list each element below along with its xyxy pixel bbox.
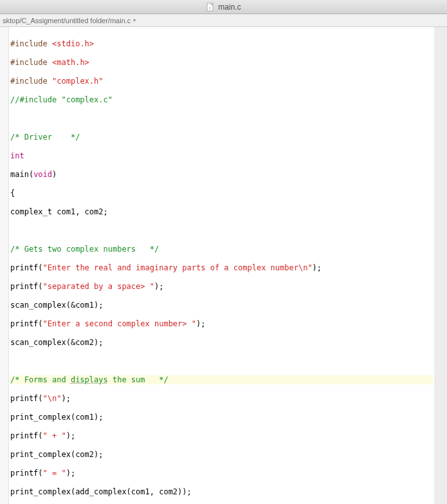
ident: ) <box>52 170 57 179</box>
ident: printf( <box>10 319 43 328</box>
header: <stdio.h> <box>52 39 94 48</box>
ident: printf( <box>10 263 43 272</box>
code-editor[interactable]: #include <stdio.h> #include <math.h> #in… <box>9 27 434 504</box>
breadcrumb-path-bar[interactable]: sktop/C_Assigment/untitled folder/main.c… <box>0 14 447 27</box>
comment: the sum */ <box>108 375 169 384</box>
ident: printf( <box>10 394 43 403</box>
comment: /* Gets two complex numbers */ <box>10 245 159 254</box>
code-line[interactable]: print_complex(com1); <box>10 413 433 422</box>
window-title-bar: c main.c <box>0 0 447 14</box>
code-line[interactable]: { <box>10 189 433 198</box>
code-line[interactable]: printf(" + "); <box>10 431 433 441</box>
code-line[interactable]: scan_complex(&com1); <box>10 301 433 310</box>
string: " = " <box>43 469 66 478</box>
ident: scan_complex(&com2); <box>10 338 104 347</box>
editor-container: #include <stdio.h> #include <math.h> #in… <box>0 27 447 504</box>
window-title: main.c <box>218 3 241 12</box>
code-line[interactable] <box>10 357 433 366</box>
string: "\n" <box>43 394 62 403</box>
preprocessor: #include <box>10 39 48 48</box>
comment: /* Driver */ <box>10 133 80 142</box>
code-line[interactable]: scan_complex(&com2); <box>10 338 433 348</box>
code-line[interactable]: printf("\n"); <box>10 394 433 404</box>
comment: //#include "complex.c" <box>10 95 113 104</box>
breadcrumb-path[interactable]: sktop/C_Assigment/untitled folder/main.c <box>3 17 131 24</box>
ident: ); <box>61 394 70 403</box>
code-line[interactable]: complex_t com1, com2; <box>10 207 433 217</box>
comment: /* Forms and <box>10 375 71 384</box>
c-file-icon: c <box>206 3 215 12</box>
code-line[interactable]: #include "complex.h" <box>10 77 433 86</box>
code-line[interactable] <box>10 114 433 124</box>
chevron-down-icon[interactable]: ▾ <box>133 17 136 23</box>
ident: ); <box>313 263 322 272</box>
ident: printf( <box>10 469 43 478</box>
ident: ); <box>66 431 75 440</box>
string: "Enter a second complex number> " <box>43 319 196 328</box>
comment: displays <box>71 375 108 384</box>
string: " + " <box>43 431 66 440</box>
code-line[interactable]: print_complex(add_complex(com1, com2)); <box>10 487 433 497</box>
ident: ); <box>196 319 205 328</box>
ident: main( <box>10 170 33 179</box>
string: "separated by a space> " <box>43 282 154 291</box>
string: "Enter the real and imaginary parts of a… <box>43 263 313 272</box>
ident: scan_complex(&com1); <box>10 301 104 310</box>
code-line[interactable]: main(void) <box>10 170 433 180</box>
preprocessor: #include <box>10 58 48 67</box>
code-line[interactable]: /* Gets two complex numbers */ <box>10 245 433 254</box>
code-line[interactable]: printf("Enter the real and imaginary par… <box>10 263 433 273</box>
keyword: int <box>10 151 24 160</box>
ident: { <box>10 189 15 198</box>
code-line[interactable]: printf(" = "); <box>10 469 433 478</box>
right-margin <box>434 27 447 504</box>
code-line[interactable]: printf("separated by a space> "); <box>10 282 433 292</box>
ident: printf( <box>10 282 43 291</box>
header: <math.h> <box>52 58 89 67</box>
code-line[interactable] <box>10 226 433 236</box>
ident: print_complex(add_complex(com1, com2)); <box>10 487 192 496</box>
code-line-highlighted[interactable]: /* Forms and displays the sum */ <box>10 375 433 385</box>
editor-gutter <box>0 27 9 504</box>
header: "complex.h" <box>52 77 103 86</box>
svg-text:c: c <box>209 6 211 10</box>
ident: print_complex(com1); <box>10 413 104 422</box>
code-line[interactable]: print_complex(com2); <box>10 450 433 460</box>
ident: ); <box>66 469 75 478</box>
code-line[interactable]: #include <math.h> <box>10 58 433 68</box>
code-line[interactable]: #include <stdio.h> <box>10 39 433 49</box>
ident: complex_t com1, com2; <box>10 207 108 216</box>
code-line[interactable]: //#include "complex.c" <box>10 95 433 105</box>
ident: print_complex(com2); <box>10 450 104 459</box>
code-line[interactable]: printf("Enter a second complex number> "… <box>10 319 433 329</box>
keyword: void <box>33 170 52 179</box>
ident: ); <box>154 282 163 291</box>
code-line[interactable]: int <box>10 151 433 161</box>
ident: printf( <box>10 431 43 440</box>
preprocessor: #include <box>10 77 48 86</box>
code-line[interactable]: /* Driver */ <box>10 133 433 142</box>
